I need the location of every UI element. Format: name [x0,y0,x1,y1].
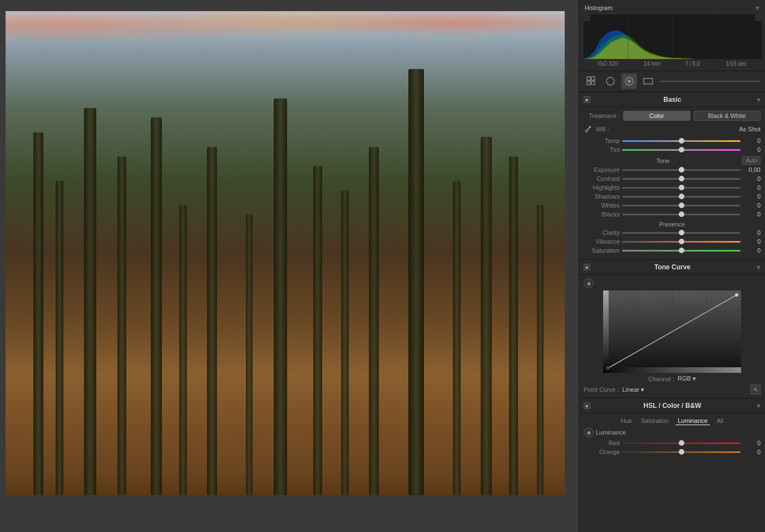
basic-collapse-btn[interactable]: ■ [584,96,590,103]
exposure-thumb[interactable] [679,167,684,173]
saturation-slider[interactable] [622,250,741,252]
whites-slider[interactable] [622,205,741,206]
hsl-saturation-tab[interactable]: Saturation [639,417,671,425]
contrast-slider[interactable] [622,178,741,180]
temp-slider[interactable] [622,140,741,142]
tone-header: Tone Auto [584,156,761,165]
luminance-circle-btn[interactable]: ◉ [584,427,594,437]
tools-row [579,71,765,92]
basic-dropdown[interactable]: ▾ [757,95,761,104]
whites-thumb[interactable] [679,203,684,208]
curve-edit-btn[interactable]: ✎ [751,385,761,395]
hsl-hue-tab[interactable]: Hue [619,417,634,425]
histogram-title: Histogram [585,4,613,11]
wb-row: WB : As Shot [584,124,761,134]
hsl-orange-value: 0 [743,449,761,455]
rect-tool-icon[interactable] [640,73,656,89]
eyedropper-icon[interactable] [584,124,594,134]
vibrance-row: Vibrance 0 [584,238,761,245]
hsl-orange-slider[interactable] [622,451,741,453]
temp-label: Temp [584,137,620,144]
vibrance-value: 0 [743,238,761,245]
point-curve-row: Point Curve : Linear ▾ ✎ [584,385,761,395]
tool-divider [659,81,761,82]
hsl-orange-row: Orange 0 [584,449,761,455]
wb-dropdown[interactable]: As Shot [611,126,761,132]
tone-curve-header: ■ Tone Curve ▾ [579,259,765,275]
auto-tone-btn[interactable]: Auto [742,156,761,165]
grid-tool-icon[interactable] [584,73,599,89]
tint-slider[interactable] [622,149,741,151]
hsl-red-value: 0 [743,440,761,446]
exposure-value: 0,00 [743,166,761,173]
dot-tool-icon[interactable] [621,73,637,89]
blacks-slider[interactable] [622,214,741,215]
histogram-collapse[interactable]: ▾ [756,3,759,12]
bw-treatment-btn[interactable]: Black & White [694,111,761,121]
vibrance-slider[interactable] [622,241,741,243]
vibrance-thumb[interactable] [679,239,684,244]
histogram-svg [584,14,762,59]
circle-tool-icon[interactable] [603,73,618,89]
photo-container [6,11,565,495]
channel-dropdown[interactable]: RGB ▾ [678,375,696,382]
svg-rect-8 [587,81,590,85]
svg-rect-28 [603,290,609,373]
blacks-thumb[interactable] [679,211,684,217]
svg-point-26 [735,293,738,297]
svg-point-15 [585,130,588,132]
hsl-orange-thumb[interactable] [679,449,684,455]
curve-canvas[interactable] [603,290,741,373]
svg-rect-13 [644,78,653,84]
clarity-row: Clarity 0 [584,229,761,236]
svg-rect-5 [755,14,762,21]
histogram-section: Histogram ▾ ISO 320 [579,0,765,71]
hsl-luminance-tab[interactable]: Luminance [675,417,710,425]
shadows-slider[interactable] [622,196,741,198]
channel-row: Channel : RGB ▾ [584,375,761,382]
tint-label: Tint [584,146,620,153]
hsl-orange-label: Orange [584,449,620,455]
whites-row: Whites 0 [584,202,761,209]
tone-curve-circle-btn[interactable]: ◉ [584,278,594,288]
clarity-thumb[interactable] [679,230,684,235]
tint-thumb[interactable] [679,147,684,152]
highlights-value: 0 [743,184,761,191]
clarity-label: Clarity [584,229,620,236]
highlights-row: Highlights 0 [584,184,761,191]
hsl-all-tab[interactable]: All [714,417,725,425]
shadows-row: Shadows 0 [584,193,761,200]
tone-curve-section: ◉ [579,275,765,398]
highlights-label: Highlights [584,184,620,191]
tone-curve-dropdown[interactable]: ▾ [757,263,761,272]
contrast-label: Contrast [584,175,620,182]
hsl-red-slider[interactable] [622,442,741,444]
saturation-thumb[interactable] [679,248,684,253]
highlights-slider[interactable] [622,187,741,189]
svg-rect-4 [584,14,590,21]
tone-curve-collapse-btn[interactable]: ■ [584,264,590,270]
contrast-row: Contrast 0 [584,175,761,182]
exif-iso: ISO 320 [598,61,618,67]
clarity-slider[interactable] [622,232,741,234]
contrast-value: 0 [743,175,761,182]
exif-focal: 14 mm [644,61,661,67]
hsl-title: HSL / Color / B&W [590,402,754,410]
channel-label: Channel : [648,376,674,382]
shadows-label: Shadows [584,193,620,200]
contrast-thumb[interactable] [679,176,684,181]
hsl-red-label: Red [584,440,620,446]
svg-rect-6 [587,77,590,80]
temp-thumb[interactable] [679,138,684,144]
hsl-red-thumb[interactable] [679,440,684,446]
exposure-slider[interactable] [622,169,741,171]
point-curve-dropdown[interactable]: Linear ▾ [623,386,747,393]
hsl-collapse-btn[interactable]: ■ [584,402,590,409]
highlights-thumb[interactable] [679,185,684,190]
basic-title: Basic [590,96,754,104]
hsl-dropdown[interactable]: ▾ [757,401,761,410]
color-treatment-btn[interactable]: Color [623,111,690,121]
blacks-row: Blacks 0 [584,211,761,218]
histogram-canvas [584,14,762,59]
shadows-thumb[interactable] [679,194,684,199]
